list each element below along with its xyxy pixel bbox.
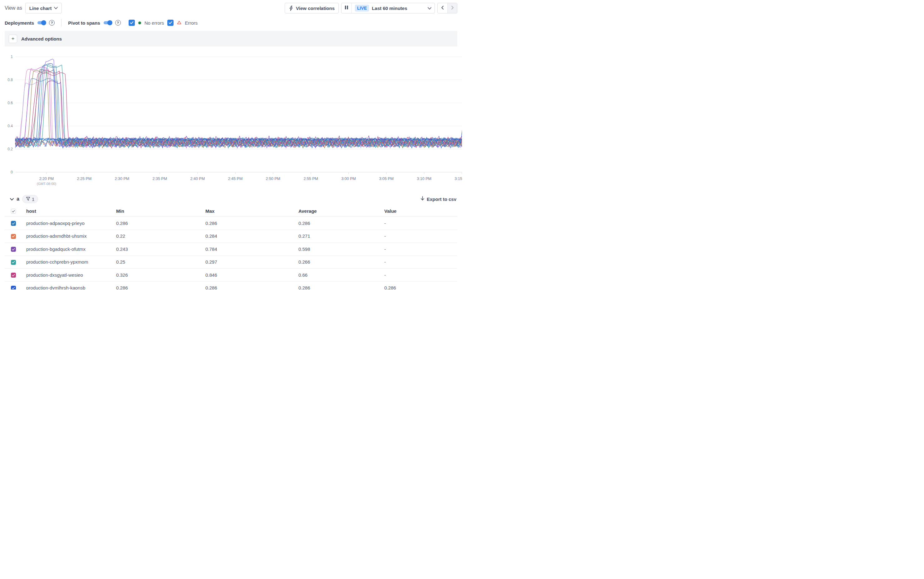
svg-text:2:40 PM: 2:40 PM xyxy=(190,177,205,181)
min-value: 0.326 xyxy=(116,272,205,278)
average-value: 0.266 xyxy=(298,259,384,265)
table-header-row: host Min Max Average Value xyxy=(5,206,457,217)
column-header-host[interactable]: host xyxy=(26,208,116,214)
chevron-down-icon xyxy=(428,5,431,11)
pivot-to-spans-toggle[interactable] xyxy=(104,21,112,25)
average-value: 0.271 xyxy=(298,233,384,239)
current-value: - xyxy=(384,272,457,278)
time-pager xyxy=(437,3,457,13)
max-value: 0.297 xyxy=(205,259,298,265)
row-checkbox[interactable] xyxy=(11,247,16,252)
svg-text:(GMT-08:00): (GMT-08:00) xyxy=(37,182,56,186)
current-value: - xyxy=(384,233,457,239)
time-range-value: Last 60 minutes xyxy=(372,6,407,11)
export-to-csv-button[interactable]: Export to csv xyxy=(421,196,457,202)
no-errors-dot-icon xyxy=(138,21,141,25)
chart-type-value: Line chart xyxy=(29,6,52,11)
lightning-icon xyxy=(289,6,293,11)
min-value: 0.25 xyxy=(116,259,205,265)
average-value: 0.66 xyxy=(298,272,384,278)
host-name: production-dxsgyatl-wesieo xyxy=(26,272,116,278)
filter-count: 1 xyxy=(32,196,34,202)
max-value: 0.846 xyxy=(205,272,298,278)
max-value: 0.286 xyxy=(205,221,298,226)
row-checkbox[interactable] xyxy=(11,273,16,278)
average-value: 0.286 xyxy=(298,221,384,226)
min-value: 0.286 xyxy=(116,221,205,226)
svg-text:2:30 PM: 2:30 PM xyxy=(115,177,129,181)
column-header-min[interactable]: Min xyxy=(116,208,205,214)
max-value: 0.284 xyxy=(205,233,298,239)
table-row: production-dxsgyatl-wesieo 0.326 0.846 0… xyxy=(5,268,457,282)
previous-time-button[interactable] xyxy=(437,3,447,13)
download-arrow-icon xyxy=(421,196,424,202)
row-checkbox[interactable] xyxy=(11,260,16,265)
max-value: 0.784 xyxy=(205,247,298,252)
no-errors-label: No errors xyxy=(144,20,164,26)
chevron-down-icon xyxy=(54,7,58,9)
chevron-right-icon xyxy=(451,5,454,11)
max-value: 0.286 xyxy=(205,285,298,290)
current-value: - xyxy=(384,259,457,265)
min-value: 0.243 xyxy=(116,247,205,252)
svg-text:2:35 PM: 2:35 PM xyxy=(152,177,167,181)
min-value: 0.286 xyxy=(116,285,205,290)
line-chart[interactable]: 00.20.40.60.812:20 PM(GMT-08:00)2:25 PM2… xyxy=(5,49,462,189)
table-row: production-bgadquck-ofutmx 0.243 0.784 0… xyxy=(5,243,457,256)
collapse-chevron-icon[interactable] xyxy=(10,196,14,202)
average-value: 0.286 xyxy=(298,285,384,290)
column-header-average[interactable]: Average xyxy=(298,208,384,214)
next-time-button[interactable] xyxy=(447,3,457,13)
row-checkbox[interactable] xyxy=(11,221,16,226)
live-badge: LIVE xyxy=(355,5,369,11)
view-correlations-button[interactable]: View correlations xyxy=(285,3,339,13)
advanced-options-expand-button[interactable]: + xyxy=(9,34,17,43)
pivot-help-icon[interactable]: ? xyxy=(115,20,121,26)
svg-text:3:15 PM: 3:15 PM xyxy=(454,177,462,181)
no-errors-checkbox[interactable] xyxy=(129,20,135,26)
error-triangle-icon xyxy=(177,20,181,26)
host-name: production-adpaoxpq-prieyo xyxy=(26,221,116,226)
table-row: production-cchprebn-ypxmom 0.25 0.297 0.… xyxy=(5,256,457,269)
svg-text:3:10 PM: 3:10 PM xyxy=(417,177,431,181)
host-name: production-bgadquck-ofutmx xyxy=(26,247,116,252)
chart-area: 00.20.40.60.812:20 PM(GMT-08:00)2:25 PM2… xyxy=(5,49,457,189)
host-name: production-dymlhrsh-kaonsb xyxy=(26,285,116,290)
table-row: production-dymlhrsh-kaonsb 0.286 0.286 0… xyxy=(5,282,457,290)
svg-text:0.8: 0.8 xyxy=(8,78,13,82)
row-checkbox[interactable] xyxy=(11,234,16,239)
svg-text:0.4: 0.4 xyxy=(8,124,13,128)
chevron-left-icon xyxy=(441,5,444,11)
divider xyxy=(61,19,62,26)
pause-icon xyxy=(345,5,348,11)
errors-label: Errors xyxy=(185,20,198,26)
chart-type-select[interactable]: Line chart xyxy=(25,3,62,13)
svg-text:2:20 PM: 2:20 PM xyxy=(39,177,54,181)
row-checkbox[interactable] xyxy=(11,286,16,290)
advanced-options-label: Advanced options xyxy=(21,36,62,41)
deployments-toggle[interactable] xyxy=(38,21,46,25)
deployments-label: Deployments xyxy=(5,20,34,26)
svg-text:2:50 PM: 2:50 PM xyxy=(265,177,280,181)
svg-text:2:45 PM: 2:45 PM xyxy=(228,177,243,181)
filter-count-pill[interactable]: 1 xyxy=(22,195,38,203)
column-header-value[interactable]: Value xyxy=(384,208,457,214)
column-header-max[interactable]: Max xyxy=(205,208,298,214)
deployments-help-icon[interactable]: ? xyxy=(49,20,55,26)
current-value: - xyxy=(384,247,457,252)
view-as-label: View as xyxy=(5,5,22,11)
host-name: production-cchprebn-ypxmom xyxy=(26,259,116,265)
current-value: 0.286 xyxy=(384,285,457,290)
pause-button[interactable] xyxy=(341,3,352,13)
host-name: production-adxmdhbt-uhsmix xyxy=(26,233,116,239)
table-row: production-adpaoxpq-prieyo 0.286 0.286 0… xyxy=(5,217,457,230)
series-table: host Min Max Average Value production-ad… xyxy=(5,206,457,290)
errors-checkbox[interactable] xyxy=(167,20,174,26)
advanced-options-bar: + Advanced options xyxy=(5,31,457,46)
select-all-checkbox[interactable] xyxy=(11,209,16,214)
svg-text:2:25 PM: 2:25 PM xyxy=(77,177,92,181)
table-body: production-adpaoxpq-prieyo 0.286 0.286 0… xyxy=(5,217,457,290)
funnel-icon xyxy=(26,196,30,202)
time-range-select[interactable]: LIVE Last 60 minutes xyxy=(352,3,434,13)
time-range-control: LIVE Last 60 minutes xyxy=(341,3,435,13)
